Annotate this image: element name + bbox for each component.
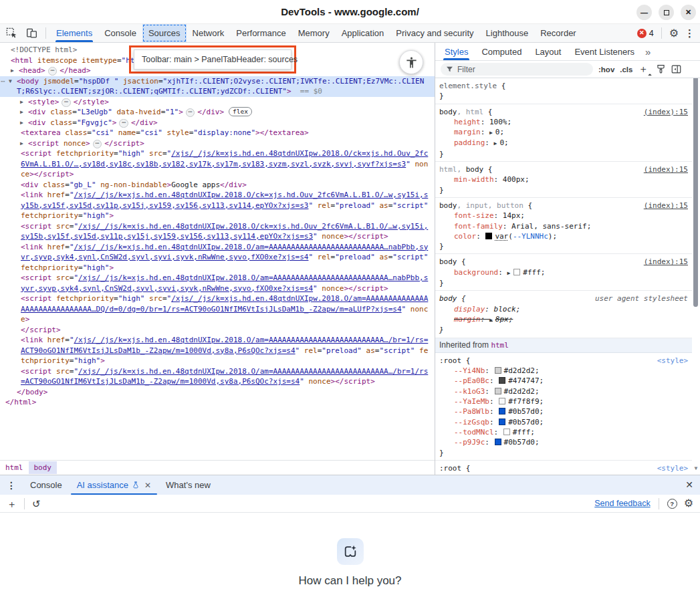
styles-tab-computed[interactable]: Computed [475, 43, 528, 60]
color-swatch[interactable] [485, 233, 492, 239]
crumb-body[interactable]: body [29, 461, 57, 474]
css-declaration[interactable]: --Yi4Nb: #d2d2d2; [439, 366, 688, 376]
tab-network[interactable]: Network [187, 24, 231, 42]
css-source-link[interactable]: <style> [657, 463, 688, 473]
tab-lighthouse[interactable]: Lighthouse [480, 24, 535, 42]
css-selector[interactable]: body { [439, 293, 590, 304]
more-tabs-icon[interactable]: » [641, 43, 655, 60]
dom-tree-line[interactable]: ▶<script nonce>⋯</script> [0, 138, 435, 149]
css-declaration[interactable]: --k1oG3: #d2d2d2; [439, 386, 688, 396]
rendering-brush-icon[interactable] [656, 64, 666, 74]
styles-tab-layout[interactable]: Layout [528, 43, 568, 60]
dom-tree-line[interactable]: <textarea class="csi" name="csi" style="… [0, 128, 435, 138]
dom-tree-line[interactable]: <link href="/xjs/_/js/k=xjs.hd.en.48qtdn… [0, 190, 435, 221]
color-swatch[interactable] [499, 419, 505, 425]
color-swatch[interactable] [499, 377, 505, 384]
tab-privacy-and-security[interactable]: Privacy and security [390, 24, 479, 42]
css-source-link[interactable]: (index):15 [644, 201, 688, 211]
css-declaration[interactable]: color: var(--YLNNHc); [439, 231, 688, 241]
css-declaration[interactable]: min-width: 400px; [439, 174, 688, 185]
dom-tree-line[interactable]: <script src="/xjs/_/js/k=xjs.hd.en.48qtd… [0, 273, 435, 293]
computed-sidebar-toggle-icon[interactable] [671, 64, 681, 74]
css-source-link[interactable]: (index):15 [644, 164, 688, 174]
dom-tree-line[interactable]: <div class="gb_L" ng-non-bindable>Google… [0, 180, 435, 191]
tab-elements[interactable]: Elements [50, 24, 98, 42]
scroll-thumb[interactable] [693, 78, 698, 307]
css-declaration[interactable]: --izGsqb: #0b57d0; [439, 417, 688, 427]
expand-arrow-icon[interactable]: ▶ [11, 66, 14, 76]
styles-tab-styles[interactable]: Styles [438, 43, 475, 60]
inherited-node-link[interactable]: html [491, 341, 509, 350]
dom-tree-line[interactable]: <link href="/xjs/_/js/k=xjs.hd.en.48qtdn… [0, 335, 435, 366]
dom-tree-line[interactable]: ▶<style>⋯</style> [0, 97, 435, 108]
css-source-link[interactable]: (index):15 [644, 257, 688, 267]
css-declaration[interactable]: --YaIeMb: #f7f8f9; [439, 396, 688, 406]
settings-gear-icon[interactable]: ⚙ [669, 28, 679, 39]
drawer-close-icon[interactable]: ✕ [685, 479, 693, 490]
expand-arrow-icon[interactable]: ▶ [20, 97, 23, 108]
crumb-html[interactable]: html [0, 461, 29, 474]
css-declaration[interactable]: --p9J9c: #0b57d0; [439, 437, 688, 447]
flex-badge[interactable]: flex [229, 107, 252, 116]
css-selector[interactable]: html, body { [439, 164, 638, 174]
css-declaration[interactable]: height: 100%; [439, 117, 688, 127]
a11y-indicator[interactable] [399, 50, 423, 74]
error-badge[interactable]: ✕ 4 [637, 29, 654, 38]
expand-arrow-icon[interactable]: ▶ [20, 138, 23, 149]
color-swatch[interactable] [495, 367, 501, 374]
css-declaration[interactable]: background: ▶#fff; [439, 267, 688, 278]
dom-tree-line[interactable]: ▶<div class="L3eUgb" data-hveid="1">⋯</d… [0, 107, 435, 118]
css-declaration[interactable]: --KIZPne: #a3c9ff; [439, 473, 688, 475]
css-declaration[interactable]: display: block; [439, 304, 688, 314]
new-style-rule-button[interactable]: ＋ [638, 63, 651, 76]
styles-tab-event-listeners[interactable]: Event Listeners [568, 43, 641, 60]
dom-tree-line[interactable]: <script fetchpriority="high" src="/xjs/_… [0, 293, 435, 325]
drawer-tab-ai-assistance[interactable]: AI assistance✕ [70, 475, 158, 495]
css-declaration[interactable]: --Pa8Wlb: #0b57d0; [439, 406, 688, 417]
new-chat-button[interactable]: ＋ [7, 499, 17, 509]
maximize-button[interactable] [659, 5, 674, 20]
color-swatch[interactable] [499, 408, 505, 414]
dom-tree-line[interactable]: ▶<div class="Fgvgjc">⋯</div> [0, 118, 435, 128]
pseudo-state-toggle[interactable]: :hov [598, 66, 614, 74]
css-selector[interactable]: body, input, button { [439, 201, 638, 211]
color-swatch[interactable] [499, 398, 505, 404]
dom-tree-line[interactable]: </body> [0, 387, 435, 398]
tab-recorder[interactable]: Recorder [534, 24, 582, 42]
styles-scrollbar[interactable]: ▲ ▼ [692, 78, 700, 475]
css-declaration[interactable]: padding: ▶0; [439, 138, 688, 148]
kebab-menu-icon[interactable]: ⋮ [685, 27, 695, 39]
minimize-button[interactable]: — [636, 5, 652, 20]
styles-filter-input[interactable]: Filter [441, 63, 593, 76]
scroll-down-arrow[interactable]: ▼ [692, 463, 700, 473]
dom-tree-line[interactable]: <script src="/xjs/_/js/k=xjs.hd.en.48qtd… [0, 221, 435, 242]
dom-tree-line[interactable]: </script> [0, 325, 435, 336]
expand-arrow-icon[interactable]: ▶ [20, 118, 23, 128]
dom-more-dots[interactable]: ⋯ [1, 76, 5, 87]
inspect-element-icon[interactable] [4, 26, 19, 41]
expand-children-button[interactable]: ⋯ [93, 140, 102, 148]
drawer-settings-icon[interactable]: ⚙ [684, 498, 693, 509]
tab-memory[interactable]: Memory [292, 24, 336, 42]
history-icon[interactable]: ↺ [32, 499, 41, 509]
dom-tree-line[interactable]: </html> [0, 397, 435, 408]
css-declaration[interactable]: font-size: 14px; [439, 211, 688, 221]
color-swatch[interactable] [503, 429, 510, 435]
collapse-arrow-icon[interactable]: ▼ [9, 76, 12, 87]
css-selector[interactable]: body, html { [439, 107, 638, 117]
dom-tree-line[interactable]: <script src="/xjs/_/js/k=xjs.hd.en.48qtd… [0, 366, 435, 387]
drawer-tab-what-s-new[interactable]: What's new [158, 475, 218, 495]
close-tab-icon[interactable]: ✕ [144, 481, 151, 490]
expand-children-button[interactable]: ⋯ [119, 119, 128, 128]
css-source-link[interactable]: <style> [657, 356, 688, 366]
css-declaration[interactable]: font-family: Arial, sans-serif; [439, 221, 688, 231]
send-feedback-link[interactable]: Send feedback [594, 499, 650, 508]
css-selector[interactable]: body { [439, 257, 638, 267]
color-swatch[interactable] [495, 388, 501, 394]
css-declaration[interactable]: --pEa0Bc: #474747; [439, 376, 688, 386]
drawer-tab-console[interactable]: Console [23, 475, 70, 495]
dom-tree-line[interactable]: ⋯▼<body jsmodel="hspDDf " jsaction="xjhT… [0, 76, 435, 97]
dom-tree-line[interactable]: <link href="/xjs/_/js/k=xjs.hd.en.48qtdn… [0, 242, 435, 273]
class-toggle[interactable]: .cls [620, 66, 632, 74]
css-source-link[interactable]: (index):15 [644, 107, 688, 117]
